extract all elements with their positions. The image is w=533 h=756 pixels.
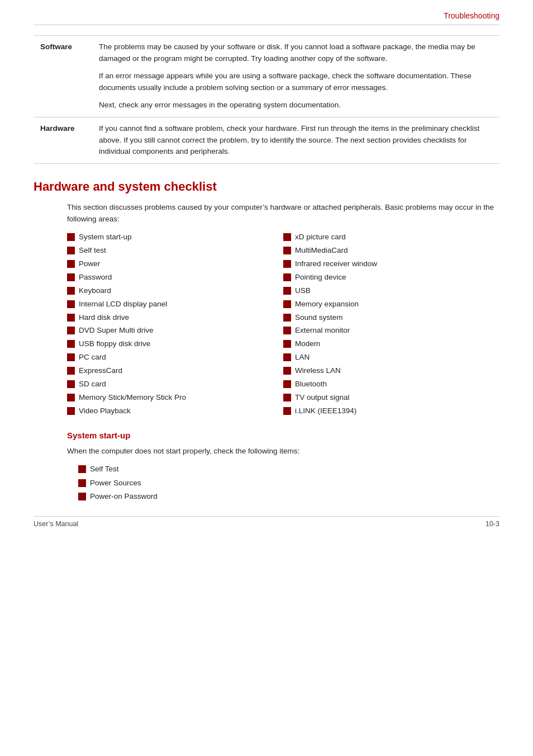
table-label-0: Software: [34, 36, 92, 117]
list-item: USB: [283, 286, 499, 296]
system-startup-heading: System start-up: [67, 431, 499, 440]
list-item: Pointing device: [283, 272, 499, 283]
list-item: External monitor: [283, 325, 499, 336]
bullet-icon: [283, 340, 291, 348]
bullet-icon: [283, 233, 291, 241]
list-item-label: Power Sources: [90, 478, 141, 489]
list-item-label: LAN: [295, 352, 310, 363]
list-item: Memory Stick/Memory Stick Pro: [67, 393, 283, 403]
list-item: LAN: [283, 352, 499, 363]
bullet-icon: [67, 327, 75, 334]
list-item: USB floppy disk drive: [67, 339, 283, 349]
list-item-label: System start-up: [79, 232, 132, 243]
hardware-section-heading: Hardware and system checklist: [34, 179, 499, 194]
bullet-icon: [283, 247, 291, 254]
page: Troubleshooting SoftwareThe problems may…: [0, 0, 533, 539]
bullet-icon: [67, 287, 75, 295]
list-item: ExpressCard: [67, 366, 283, 376]
list-item-label: TV output signal: [295, 393, 350, 403]
list-item-label: xD picture card: [295, 232, 346, 243]
hardware-section-intro: This section discusses problems caused b…: [67, 202, 499, 225]
list-item-label: USB: [295, 286, 311, 296]
footer-left: User’s Manual: [34, 520, 78, 528]
bullet-icon: [67, 260, 75, 268]
list-item-label: ExpressCard: [79, 366, 122, 376]
troubleshooting-table: SoftwareThe problems may be caused by yo…: [34, 35, 499, 164]
bullet-icon: [283, 314, 291, 322]
list-item: Infrared receiver window: [283, 259, 499, 270]
page-footer: User’s Manual 10-3: [34, 516, 499, 528]
list-item-label: Self test: [79, 245, 106, 256]
bullet-icon: [78, 493, 86, 500]
list-item: Power-on Password: [78, 492, 499, 502]
hardware-left-list: System start-upSelf testPowerPasswordKey…: [67, 232, 283, 419]
list-item-label: Memory Stick/Memory Stick Pro: [79, 393, 186, 403]
list-item-label: Infrared receiver window: [295, 259, 377, 270]
list-item-label: Password: [79, 272, 112, 283]
system-startup-intro: When the computer does not start properl…: [67, 446, 499, 457]
list-item-label: Sound system: [295, 313, 343, 323]
list-item: System start-up: [67, 232, 283, 243]
bullet-icon: [283, 407, 291, 415]
footer-right: 10-3: [486, 520, 499, 528]
list-item: Bluetooth: [283, 379, 499, 390]
list-item-label: USB floppy disk drive: [79, 339, 150, 349]
bullet-icon: [67, 273, 75, 281]
bullet-icon: [67, 380, 75, 388]
list-item: PC card: [67, 352, 283, 363]
bullet-icon: [67, 300, 75, 308]
hardware-right-list: xD picture cardMultiMediaCardInfrared re…: [283, 232, 499, 419]
list-item: Video Playback: [67, 406, 283, 417]
list-item: Hard disk drive: [67, 313, 283, 323]
list-item-label: PC card: [79, 352, 106, 363]
list-item: Power Sources: [78, 478, 499, 489]
list-item: Power: [67, 259, 283, 270]
bullet-icon: [283, 273, 291, 281]
list-item-label: SD card: [79, 379, 106, 390]
list-item-label: Self Test: [90, 464, 119, 475]
bullet-icon: [78, 479, 86, 487]
list-item-label: Bluetooth: [295, 379, 327, 390]
bullet-icon: [67, 407, 75, 415]
bullet-icon: [78, 465, 86, 473]
list-item-label: MultiMediaCard: [295, 245, 348, 256]
list-item: TV output signal: [283, 393, 499, 403]
list-item: Wireless LAN: [283, 366, 499, 376]
bullet-icon: [283, 300, 291, 308]
bullet-icon: [283, 287, 291, 295]
list-item-label: Video Playback: [79, 406, 131, 417]
bullet-icon: [67, 340, 75, 348]
list-item-label: Internal LCD display panel: [79, 299, 167, 310]
bullet-icon: [283, 327, 291, 334]
bullet-icon: [67, 233, 75, 241]
bullet-icon: [283, 353, 291, 361]
list-item: Password: [67, 272, 283, 283]
list-item-label: Pointing device: [295, 272, 346, 283]
list-item-label: Memory expansion: [295, 299, 359, 310]
list-item: i.LINK (IEEE1394): [283, 406, 499, 417]
list-item: Modem: [283, 339, 499, 349]
page-section-title: Troubleshooting: [444, 11, 499, 20]
bullet-icon: [283, 367, 291, 375]
list-item: Internal LCD display panel: [67, 299, 283, 310]
list-item-label: External monitor: [295, 325, 350, 336]
bullet-icon: [283, 394, 291, 401]
list-item: Keyboard: [67, 286, 283, 296]
list-item: Self Test: [78, 464, 499, 475]
bullet-icon: [67, 314, 75, 322]
list-item: Self test: [67, 245, 283, 256]
table-content-1: If you cannot find a software problem, c…: [92, 117, 499, 164]
list-item: Memory expansion: [283, 299, 499, 310]
list-item: xD picture card: [283, 232, 499, 243]
list-item: DVD Super Multi drive: [67, 325, 283, 336]
list-item-label: Power-on Password: [90, 492, 158, 502]
hardware-checklist-list: System start-upSelf testPowerPasswordKey…: [67, 232, 499, 419]
list-item-label: i.LINK (IEEE1394): [295, 406, 356, 417]
bullet-icon: [67, 394, 75, 401]
list-item-label: Modem: [295, 339, 320, 349]
bullet-icon: [67, 367, 75, 375]
list-item-label: Power: [79, 259, 100, 270]
list-item-label: Wireless LAN: [295, 366, 341, 376]
top-header: Troubleshooting: [34, 11, 499, 25]
list-item-label: DVD Super Multi drive: [79, 325, 154, 336]
